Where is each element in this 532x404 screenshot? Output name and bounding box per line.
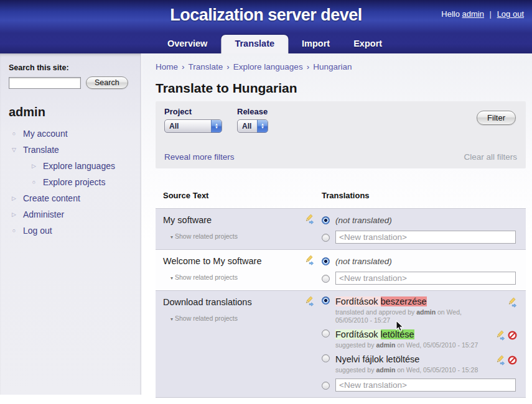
edit-icon[interactable] xyxy=(506,297,517,308)
sidebar-item-explore-projects[interactable]: ○Explore projects xyxy=(0,174,141,190)
sidebar-item-label: Create content xyxy=(23,193,80,203)
not-translated-label: (not translated) xyxy=(335,257,392,266)
edit-icon[interactable] xyxy=(304,296,314,306)
open-right-bullet-icon: ▷ xyxy=(30,162,38,170)
sidebar-item-my-account[interactable]: ○My account xyxy=(0,126,141,142)
open-down-bullet-icon: ▽ xyxy=(10,146,18,154)
translation-option: (not translated) xyxy=(322,255,517,267)
breadcrumb-separator: › xyxy=(182,62,185,71)
project-select-value: All xyxy=(165,120,211,132)
release-select-value: All xyxy=(238,120,257,132)
user-links: Hello admin | Log out xyxy=(441,9,524,19)
table-row: Welcome to My software ▾Show related pro… xyxy=(156,249,526,290)
new-translation-input[interactable] xyxy=(335,379,516,392)
select-stepper-icon: ▲▼ xyxy=(257,120,268,132)
tab-import[interactable]: Import xyxy=(292,35,340,53)
breadcrumb-separator: › xyxy=(307,62,310,71)
source-text: My software xyxy=(163,214,212,225)
breadcrumb: Home›Translate›Explore languages›Hungari… xyxy=(156,62,526,71)
radio-unselected[interactable] xyxy=(322,275,330,283)
triangle-down-icon: ▾ xyxy=(170,316,173,322)
new-translation-input[interactable] xyxy=(335,231,516,244)
circle-bullet-icon: ○ xyxy=(30,178,38,186)
header: Localization server devel Hello admin | … xyxy=(0,0,532,53)
radio-selected[interactable] xyxy=(322,216,330,224)
source-cell: Download translations ▾Show related proj… xyxy=(163,296,322,392)
select-stepper-icon: ▲▼ xyxy=(211,120,222,132)
open-right-bullet-icon: ▷ xyxy=(10,195,18,203)
page: Localization server devel Hello admin | … xyxy=(0,0,532,404)
filter-button[interactable]: Filter xyxy=(477,111,516,125)
user-link[interactable]: admin xyxy=(462,9,484,19)
circle-bullet-icon: ○ xyxy=(10,130,18,138)
breadcrumb-link-hungarian[interactable]: Hungarian xyxy=(313,62,352,71)
sidebar-menu: ○My account▽Translate▷Explore languages○… xyxy=(0,126,141,239)
sidebar-item-explore-languages[interactable]: ▷Explore languages xyxy=(0,158,141,174)
source-text: Welcome to My software xyxy=(163,255,261,266)
radio-unselected[interactable] xyxy=(322,234,330,242)
greeting-text: Hello xyxy=(441,9,460,19)
breadcrumb-separator: › xyxy=(226,62,230,71)
suggestion-text: Fordítások letöltése xyxy=(335,329,485,340)
translations-cell: (not translated) xyxy=(322,214,518,244)
search-block: Search this site: Search xyxy=(0,53,141,89)
release-select[interactable]: All ▲▼ xyxy=(237,119,268,133)
sidebar-item-log-out[interactable]: ○Log out xyxy=(0,223,141,239)
tab-overview[interactable]: Overview xyxy=(157,35,218,53)
circle-bullet-icon: ○ xyxy=(10,227,18,235)
new-translation-input[interactable] xyxy=(335,272,516,285)
project-select[interactable]: All ▲▼ xyxy=(164,119,222,133)
show-related-projects-toggle[interactable]: ▾Show related projects xyxy=(170,273,322,281)
filter-panel: Project All ▲▼ Release All ▲▼ Filter Rev… xyxy=(156,101,526,168)
translation-option xyxy=(322,231,517,244)
decline-icon[interactable] xyxy=(508,330,517,341)
suggestion-actions xyxy=(495,329,517,341)
sidebar-item-administer[interactable]: ▷Administer xyxy=(0,206,141,223)
translation-option: (not translated) xyxy=(322,214,517,226)
not-translated-label: (not translated) xyxy=(335,216,392,225)
sidebar-item-label: My account xyxy=(23,129,68,139)
show-related-projects-toggle[interactable]: ▾Show related projects xyxy=(170,314,322,322)
logout-link[interactable]: Log out xyxy=(497,9,524,19)
breadcrumb-link-explore-languages[interactable]: Explore languages xyxy=(233,62,303,71)
project-label: Project xyxy=(164,107,222,116)
radio-selected[interactable] xyxy=(322,296,330,305)
breadcrumb-link-home[interactable]: Home xyxy=(156,62,178,71)
edit-icon[interactable] xyxy=(495,330,505,341)
suggestion-text: Fordítások beszerzése xyxy=(335,296,497,307)
radio-selected[interactable] xyxy=(322,257,330,265)
suggestion-actions xyxy=(495,354,517,365)
breadcrumb-link-translate[interactable]: Translate xyxy=(189,62,223,71)
sidebar-item-translate[interactable]: ▽Translate xyxy=(0,142,141,158)
table-row: Download translations ▾Show related proj… xyxy=(156,290,526,397)
translations-cell: (not translated) xyxy=(322,255,518,285)
edit-icon[interactable] xyxy=(304,255,314,265)
translation-option xyxy=(322,272,517,285)
edit-icon[interactable] xyxy=(495,355,505,365)
radio-unselected[interactable] xyxy=(322,382,330,390)
decline-icon[interactable] xyxy=(508,355,517,365)
suggestion-word: Fordítások xyxy=(335,329,381,339)
search-button[interactable]: Search xyxy=(86,76,128,89)
translation-suggestion: Nyelvi fájlok letöltésesuggested by admi… xyxy=(322,354,517,374)
triangle-down-icon: ▾ xyxy=(170,275,173,281)
table-row: My software ▾Show related projects(not t… xyxy=(156,208,526,249)
radio-unselected[interactable] xyxy=(322,329,330,337)
tab-export[interactable]: Export xyxy=(343,35,392,53)
reveal-more-filters-link[interactable]: Reveal more filters xyxy=(164,152,235,162)
clear-all-filters-link[interactable]: Clear all filters xyxy=(464,152,517,162)
suggestion-word: Fordítások xyxy=(335,296,381,306)
edit-icon[interactable] xyxy=(304,214,314,224)
source-cell: My software ▾Show related projects xyxy=(163,214,322,244)
table-header: Source Text Translations xyxy=(156,191,526,208)
sidebar: Search this site: Search admin ○My accou… xyxy=(0,53,141,395)
table-body: My software ▾Show related projects(not t… xyxy=(156,208,526,398)
suggestion-meta: suggested by admin on Wed, 05/05/2010 - … xyxy=(335,366,485,374)
show-related-projects-toggle[interactable]: ▾Show related projects xyxy=(170,232,322,240)
suggestion-meta: suggested by admin on Wed, 05/05/2010 - … xyxy=(335,341,485,349)
tab-translate[interactable]: Translate xyxy=(221,35,288,53)
search-input[interactable] xyxy=(9,77,81,89)
radio-unselected[interactable] xyxy=(322,354,330,362)
translation-suggestion: Fordítások beszerzésetranslated and appr… xyxy=(322,296,517,324)
sidebar-item-create-content[interactable]: ▷Create content xyxy=(0,190,141,206)
